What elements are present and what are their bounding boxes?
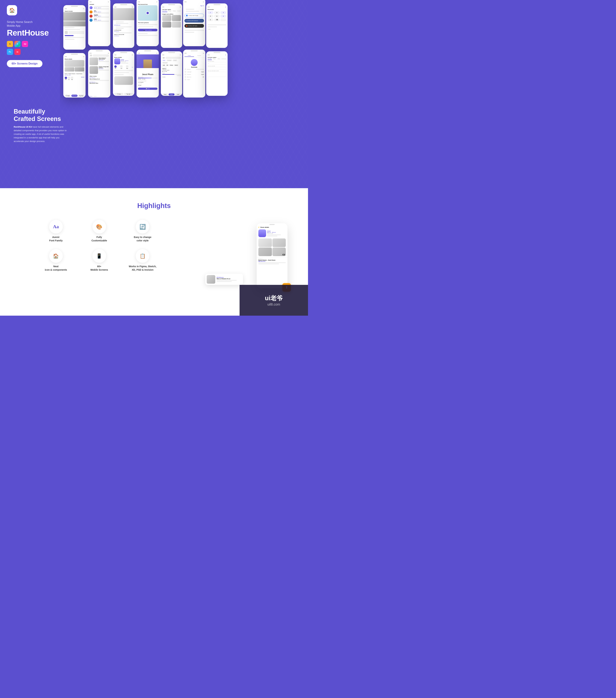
logo-icon: 🏠 <box>9 8 15 13</box>
sketch-badge: S <box>7 41 13 47</box>
color-icon-wrap: 🔄 <box>136 220 149 234</box>
watermark-overlay: ui老爷 uil8.com <box>240 285 308 316</box>
preview-card-small: $70.00/room Slice of Heaven N LA <box>205 274 243 285</box>
phone-room-detail-2: 9:09▪▪▪ Room details 8+ Home > Desert He… <box>63 53 86 98</box>
avenir-icon: Aa <box>53 224 59 229</box>
phone-roommate: 9:09▪▪▪ ommate $85.00 · $214.0 <box>88 0 110 46</box>
tools-icon: 📋 <box>140 253 145 259</box>
phone-room-detail-3: 9:09▪▪▪ Room details Jessi $85.00 – $214… <box>113 51 134 96</box>
phone-profile: 9:09▪▪▪ Jessi Pham Price range 22 USD – … <box>137 50 159 98</box>
phone-listing: 9:09▪▪▪ $70.00/room La Passionnel $45.00… <box>113 3 134 48</box>
house-icon: 🏠 <box>53 253 59 259</box>
avenir-label: Avenir Font Family <box>49 236 62 242</box>
highlight-screens: 📱 60+ Mobile Screens <box>83 249 116 271</box>
highlight-color: 🔄 Easy to change color style <box>126 220 159 242</box>
tool-badges-2: Ps in <box>7 49 55 55</box>
avenir-icon-wrap: Aa <box>49 220 63 234</box>
phones-area: 9:09▪▪▪ Search trends 9:09▪▪▪ omma <box>60 0 308 188</box>
palette-icon: 🔄 <box>139 224 146 230</box>
phone-map: 9:09▪▪▪ Find around here Post more pictu… <box>137 0 159 46</box>
app-tagline2: Mobile App <box>7 24 55 27</box>
xd-badge: Xd <box>22 41 28 47</box>
customizable-icon-wrap: 🎨 <box>93 220 106 234</box>
works-label: Works in Figma, Sketch, XD, PSD & Invisi… <box>129 265 157 271</box>
highlight-neat: 🏠 Neat icon & components <box>39 249 72 271</box>
phone-account: 9:09▪▪▪ Profile Account Roommate Address <box>183 50 205 98</box>
app-title: RentHouse <box>7 28 55 38</box>
ps-badge: Ps <box>7 49 13 55</box>
screens-icon-wrap: 📱 <box>93 249 106 263</box>
phone-home: 9:09▪▪▪ Search trends <box>63 5 86 50</box>
highlights-section: Highlights Aa Avenir Font Family <box>0 188 308 316</box>
preview-phone-large: ⚡ Room details Jessi $85.00 – $214.0 Mal… <box>257 223 288 288</box>
app-tagline: Simply Home Search <box>7 20 55 24</box>
phone-signin: 9:09▪▪▪ Sign In Continue with Google f C… <box>183 0 205 46</box>
phone-search-results: 9:09▪▪▪ LA Desert Heavns - Guest House $… <box>88 50 110 98</box>
phone-roommate-picker: 9:09▪▪▪ Roommate 1 2 3 4 8 9 0 ⌫ <box>206 3 227 48</box>
mobile-icon: 📱 <box>96 253 102 259</box>
logo-box: 🏠 <box>7 5 17 15</box>
left-panel: 🏠 Simply Home Search Mobile App RentHous… <box>7 5 55 67</box>
highlights-grid: Aa Avenir Font Family 🎨 Fully Customizab… <box>39 220 159 271</box>
highlights-title: Highlights <box>7 202 301 210</box>
neat-label: Neat icon & components <box>45 265 67 271</box>
invision-badge: in <box>14 49 20 55</box>
watermark-sub: uil8.com <box>265 303 283 306</box>
tool-badges: S F Xd <box>7 41 55 47</box>
screens-button[interactable]: 60+ Screens Design <box>7 60 42 67</box>
figma-badge: F <box>14 41 20 47</box>
highlight-customizable: 🎨 Fully Customizable <box>83 220 116 242</box>
layers-icon: 🎨 <box>96 224 102 230</box>
screens-label: 60+ Mobile Screens <box>90 265 108 271</box>
highlight-works: 📋 Works in Figma, Sketch, XD, PSD & Invi… <box>126 249 159 271</box>
highlight-avenir: Aa Avenir Font Family <box>39 220 72 242</box>
phone-confirmation: 9:09▪▪▪ List your space Information Imag… <box>206 51 227 96</box>
customizable-label: Fully Customizable <box>92 236 107 242</box>
phone-filter: 9:09▪▪▪ LA Price Amenities Cancel Room t… <box>161 51 182 96</box>
color-label: Easy to change color style <box>134 236 151 242</box>
watermark-text: ui老爷 <box>265 294 283 303</box>
neat-icon-wrap: 🏠 <box>49 249 63 263</box>
works-icon-wrap: 📋 <box>136 249 149 263</box>
phone-room-detail: 9:09▪▪▪ List your space Information Imag… <box>161 3 182 48</box>
